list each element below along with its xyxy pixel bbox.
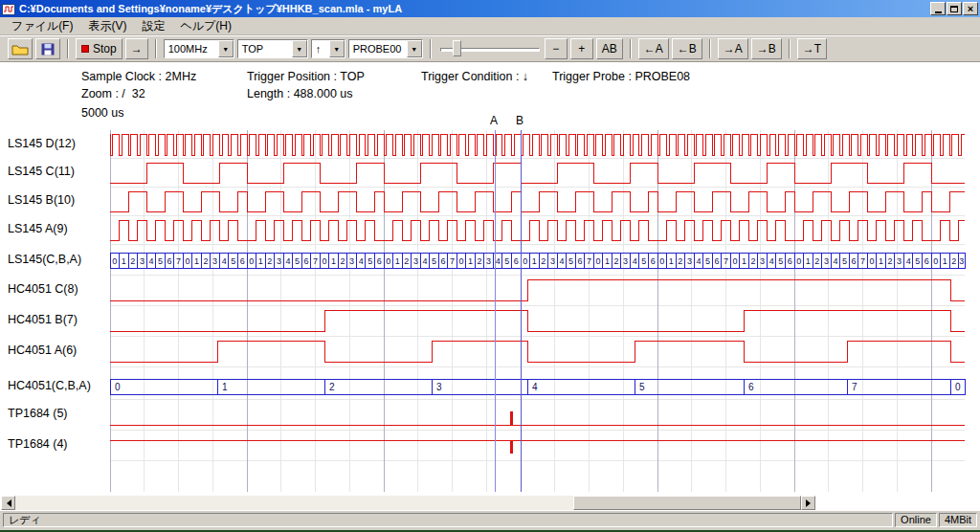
bus-value-ls145: 6 (851, 256, 856, 266)
bus-value-ls145: 3 (349, 256, 354, 266)
goto-cursor-a-right-button[interactable]: →A (718, 38, 748, 59)
bus-value-ls145: 2 (678, 256, 682, 266)
maximize-button[interactable] (947, 2, 962, 15)
bus-value-ls145: 6 (167, 256, 171, 266)
bus-value-ls145: 3 (760, 256, 765, 266)
zoom-info: Zoom : / 32 (81, 87, 145, 100)
waveform-plot[interactable]: 0123456701234560123456701234560123456701… (0, 130, 980, 492)
bus-value-ls145: 5 (915, 256, 920, 266)
bus-value-ls145: 1 (669, 256, 674, 266)
zoom-slider-thumb[interactable] (453, 40, 461, 56)
bus-value-ls145: 0 (322, 256, 326, 266)
bus-value-ls145: 3 (687, 256, 692, 266)
bus-value-ls145: 0 (386, 256, 390, 266)
bus-value-ls145: 3 (824, 256, 829, 266)
bus-value-ls145: 0 (796, 256, 801, 266)
bus-value-ls145: 4 (148, 256, 153, 266)
scroll-left-button[interactable] (1, 496, 15, 510)
bus-value-ls145: 2 (814, 256, 819, 266)
bus-value-ls145: 0 (249, 256, 254, 266)
waveform-hc4051-c8 (110, 279, 965, 300)
bus-value-ls145: 6 (788, 256, 792, 266)
menu-settings[interactable]: 設定 (134, 17, 172, 35)
scroll-right-button[interactable] (801, 496, 815, 510)
bus-value-ls145: 5 (504, 256, 509, 266)
waveform-ls145-d12 (110, 134, 965, 155)
stop-button[interactable]: Stop (76, 38, 122, 59)
scrollbar-track[interactable] (15, 496, 801, 510)
trigger-position-select[interactable]: TOP ▼ (237, 39, 308, 58)
chevron-down-icon[interactable]: ▼ (292, 40, 307, 57)
bus-value-ls145: 7 (450, 256, 455, 266)
bus-value-ls145: 1 (468, 256, 473, 266)
waveform-ls145-b10 (110, 191, 965, 211)
app-icon (2, 3, 15, 15)
cursor-a-label[interactable]: A (490, 114, 498, 127)
bus-value-ls145: 1 (806, 256, 811, 266)
bus-value-ls145: 3 (959, 256, 964, 266)
waveform-ls145-a9 (110, 220, 965, 240)
goto-cursor-b-right-button[interactable]: →B (751, 38, 782, 59)
goto-cursor-a-left-button[interactable]: ←A (638, 38, 669, 59)
bus-value-ls145: 4 (422, 256, 427, 266)
bus-value-ls145: 7 (587, 256, 591, 266)
bus-value-ls145: 4 (769, 256, 774, 266)
bus-value-ls145: 5 (368, 256, 372, 266)
window-title: C:¥Documents and Settings¥noname¥デスクトップ¥… (19, 2, 929, 16)
close-button[interactable]: × (963, 2, 978, 15)
bus-value-ls145: 6 (651, 256, 656, 266)
bus-value-ls145: 5 (705, 256, 710, 266)
menu-help[interactable]: ヘルプ(H) (172, 17, 239, 35)
bus-value-ls145: 5 (568, 256, 573, 266)
cursor-b-label[interactable]: B (516, 114, 523, 127)
folder-open-icon (11, 43, 29, 55)
title-bar[interactable]: C:¥Documents and Settings¥noname¥デスクトップ¥… (0, 0, 980, 17)
zoom-out-button[interactable]: − (545, 38, 568, 59)
bus-value-hc4051: 1 (222, 382, 228, 392)
minimize-button[interactable] (930, 2, 946, 15)
chevron-down-icon[interactable]: ▼ (407, 40, 422, 57)
chevron-down-icon[interactable]: ▼ (329, 40, 345, 57)
status-memory: 4MBit (939, 513, 977, 527)
trigger-probe-select[interactable]: PROBE00 ▼ (348, 39, 423, 58)
bus-value-ls145: 2 (951, 256, 956, 266)
stop-icon (81, 45, 89, 53)
goto-cursor-b-left-button[interactable]: ←B (672, 38, 702, 59)
trigger-edge-select[interactable]: ↑ ▼ (311, 39, 345, 58)
save-file-button[interactable] (35, 38, 60, 59)
bus-value-ls145: 6 (924, 256, 929, 266)
run-button[interactable]: → (125, 38, 148, 59)
goto-trigger-button[interactable]: →T (797, 38, 827, 59)
trigger-condition-info: Trigger Condition : ↓ (421, 70, 528, 83)
floppy-disk-icon (41, 43, 55, 55)
bus-value-ls145: 0 (869, 256, 874, 266)
open-file-button[interactable] (8, 38, 33, 59)
bus-value-ls145: 3 (277, 256, 281, 266)
zoom-slider[interactable] (440, 39, 540, 58)
zoom-in-button[interactable]: + (570, 38, 593, 59)
horizontal-scrollbar[interactable] (1, 496, 815, 510)
bus-value-ls145: 5 (778, 256, 783, 266)
bus-value-ls145: 6 (240, 256, 245, 266)
toolbar-separator (709, 39, 711, 58)
bus-value-ls145: 0 (112, 256, 117, 266)
menu-view[interactable]: 表示(V) (80, 17, 134, 35)
bus-value-ls145: 7 (860, 256, 865, 266)
bus-value-hc4051: 5 (639, 382, 645, 392)
bus-value-ls145: 7 (313, 256, 318, 266)
ab-range-button[interactable]: AB (596, 38, 623, 59)
scrollbar-thumb[interactable] (573, 496, 801, 510)
bus-value-hc4051: 4 (532, 382, 538, 392)
toolbar-separator (789, 39, 791, 58)
bus-value-ls145: 2 (204, 256, 209, 266)
bus-value-ls145: 7 (724, 256, 728, 266)
bus-value-ls145: 0 (732, 256, 737, 266)
bus-value-ls145: 0 (458, 256, 463, 266)
maximize-icon (950, 6, 958, 12)
chevron-down-icon[interactable]: ▼ (218, 40, 234, 57)
bus-value-hc4051: 6 (748, 382, 754, 392)
bus-value-ls145: 1 (605, 256, 610, 266)
menu-file[interactable]: ファイル(F) (4, 17, 80, 35)
bus-value-ls145: 1 (742, 256, 746, 266)
sample-clock-select[interactable]: 100MHz ▼ (164, 39, 234, 58)
